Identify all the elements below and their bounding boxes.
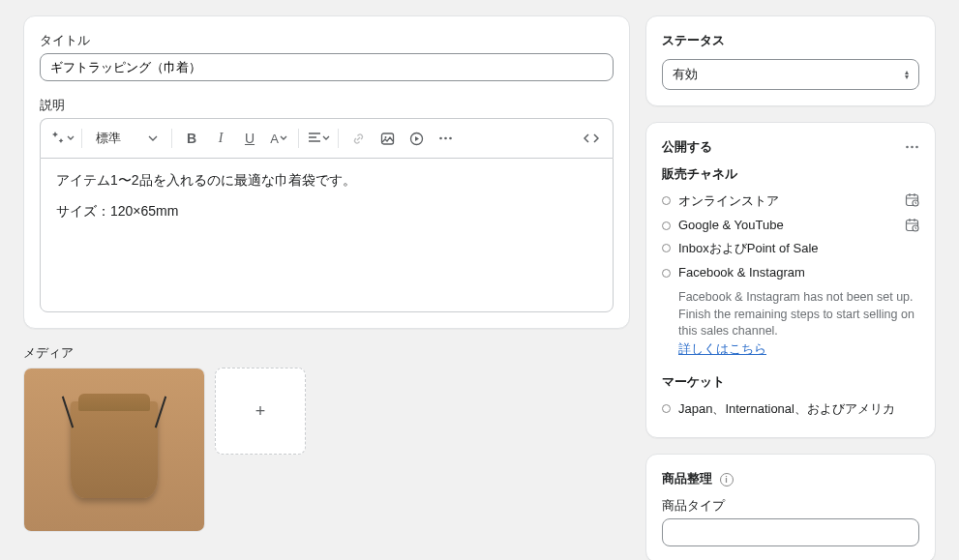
align-icon[interactable] [305, 125, 332, 152]
schedule-icon[interactable] [905, 218, 919, 232]
status-value: 有効 [673, 66, 698, 83]
title-description-card: タイトル 説明 標準 B I U [23, 15, 630, 329]
title-input[interactable] [40, 53, 614, 81]
sales-channels-heading: 販売チャネル [662, 165, 919, 183]
underline-icon[interactable]: U [236, 125, 263, 152]
more-formatting-icon[interactable] [432, 125, 459, 152]
description-label: 説明 [40, 97, 614, 114]
svg-point-1 [384, 136, 386, 138]
status-dot-icon [662, 196, 671, 205]
status-heading: ステータス [662, 32, 919, 49]
learn-more-link[interactable]: 詳しくはこちら [678, 341, 766, 356]
media-label: メディア [23, 344, 630, 362]
select-arrows-icon: ▴▾ [905, 70, 909, 79]
organize-card: 商品整理 i 商品タイプ [645, 454, 936, 561]
video-icon[interactable] [403, 125, 430, 152]
paragraph-format-label: 標準 [96, 130, 121, 147]
channel-row: InboxおよびPoint of Sale [662, 236, 919, 261]
organize-heading: 商品整理 [662, 471, 712, 486]
status-dot-icon [662, 404, 671, 413]
svg-point-3 [439, 137, 442, 140]
channel-name: オンラインストア [678, 192, 897, 210]
channel-name: Google & YouTube [678, 218, 897, 232]
publish-more-icon[interactable] [905, 145, 919, 149]
text-color-icon[interactable]: A [265, 125, 292, 152]
channel-row: Google & YouTube [662, 214, 919, 236]
status-dot-icon [662, 269, 671, 278]
svg-point-8 [915, 146, 918, 149]
publish-card: 公開する 販売チャネル オンラインストア Google & YouTube [645, 122, 936, 438]
image-icon[interactable] [374, 125, 401, 152]
channel-name: Facebook & Instagram [678, 265, 919, 280]
publish-heading: 公開する [662, 138, 712, 156]
channel-list: オンラインストア Google & YouTube InboxおよびPoint … [662, 189, 919, 362]
product-image [24, 368, 204, 531]
status-dot-icon [662, 221, 671, 230]
paragraph-format-select[interactable]: 標準 [88, 126, 165, 151]
markets-value: Japan、International、およびアメリカ [678, 400, 919, 418]
markets-row: Japan、International、およびアメリカ [662, 397, 919, 422]
channel-setup-note: Facebook & Instagram has not been set up… [678, 289, 919, 340]
channel-row: Facebook & Instagram Facebook & Instagra… [662, 261, 919, 362]
title-label: タイトル [40, 32, 614, 49]
description-text-line: サイズ：120×65mm [56, 203, 597, 221]
media-thumbnail[interactable] [23, 368, 205, 532]
italic-icon[interactable]: I [207, 125, 234, 152]
info-icon[interactable]: i [720, 473, 734, 486]
code-view-icon[interactable] [578, 125, 605, 152]
media-section: メディア + [23, 344, 630, 532]
plus-icon: + [255, 401, 266, 422]
svg-point-6 [906, 146, 909, 149]
markets-heading: マーケット [662, 373, 919, 391]
svg-point-4 [444, 137, 447, 140]
link-icon[interactable] [345, 125, 372, 152]
description-editor[interactable]: アイテム1〜2品を入れるのに最適な巾着袋です。 サイズ：120×65mm [40, 158, 614, 312]
add-media-button[interactable]: + [215, 368, 306, 455]
status-select[interactable]: 有効 ▴▾ [662, 59, 919, 90]
product-type-label: 商品タイプ [662, 497, 919, 515]
status-dot-icon [662, 244, 671, 252]
svg-point-5 [449, 137, 452, 140]
status-card: ステータス 有効 ▴▾ [645, 15, 936, 106]
schedule-icon[interactable] [905, 192, 919, 207]
bold-icon[interactable]: B [178, 125, 205, 152]
channel-name: InboxおよびPoint of Sale [678, 240, 919, 257]
editor-toolbar: 標準 B I U A [40, 118, 614, 158]
channel-row: オンラインストア [662, 189, 919, 214]
description-text-line: アイテム1〜2品を入れるのに最適な巾着袋です。 [56, 172, 597, 190]
svg-point-7 [911, 146, 914, 149]
product-type-input[interactable] [662, 518, 919, 546]
ai-sparkle-icon[interactable] [48, 125, 75, 152]
